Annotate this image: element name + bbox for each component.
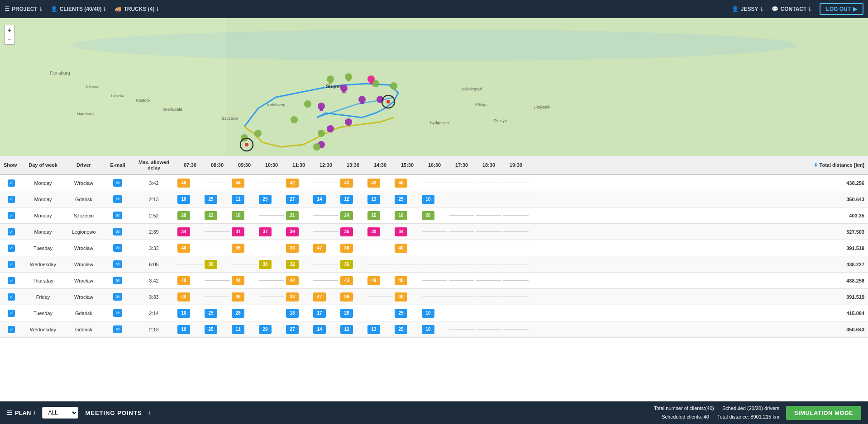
email-button[interactable]: ✉	[113, 244, 122, 252]
email-cell[interactable]: ✉	[104, 210, 131, 221]
gantt-bar[interactable]: 12	[340, 325, 353, 334]
gantt-cell-9[interactable]: 33	[285, 240, 312, 256]
gantt-bar[interactable]: 38	[259, 260, 272, 269]
simulation-mode-button[interactable]: SIMULATION MODE	[786, 406, 861, 420]
show-cell[interactable]: ✓	[0, 210, 23, 221]
email-cell[interactable]: ✉	[104, 226, 131, 237]
gantt-bar[interactable]: 47	[313, 244, 326, 253]
gantt-bar[interactable]: 11	[232, 195, 244, 204]
gantt-cell-7[interactable]: 44	[231, 175, 258, 191]
show-checkbox[interactable]: ✓	[8, 228, 15, 236]
gantt-bar[interactable]: 40	[177, 292, 190, 302]
gantt-cell-9[interactable]: 21	[285, 207, 312, 223]
gantt-bar[interactable]: 36	[205, 260, 217, 269]
gantt-bar[interactable]: 33	[286, 244, 299, 253]
gantt-bar[interactable]: 40	[395, 244, 407, 253]
email-cell[interactable]: ✉	[104, 275, 131, 286]
gantt-cell-7[interactable]: 36	[231, 289, 258, 305]
gantt-bar[interactable]: 15	[367, 211, 380, 220]
gantt-cell-10[interactable]: 47	[312, 240, 339, 256]
gantt-bar[interactable]: 28	[232, 309, 244, 318]
email-cell[interactable]: ✉	[104, 242, 131, 254]
gantt-bar[interactable]: 47	[313, 292, 326, 302]
gantt-bar[interactable]: 10	[422, 195, 434, 204]
gantt-cell-13[interactable]: 34	[394, 224, 421, 240]
gantt-bar[interactable]: 36	[340, 260, 353, 269]
gantt-cell-12[interactable]: 30	[367, 224, 394, 240]
show-cell[interactable]: ✓	[0, 194, 23, 205]
show-checkbox[interactable]: ✓	[8, 196, 15, 203]
zoom-out-button[interactable]: −	[5, 35, 14, 45]
email-button[interactable]: ✉	[113, 325, 122, 333]
gantt-bar[interactable]: 14	[313, 195, 326, 204]
gantt-bar[interactable]: 10	[177, 325, 190, 334]
gantt-bar[interactable]: 37	[259, 227, 272, 236]
gantt-cell-5[interactable]: 10	[176, 191, 204, 207]
gantt-bar[interactable]: 30	[367, 227, 380, 236]
gantt-bar[interactable]: 34	[177, 227, 190, 236]
gantt-cell-8[interactable]: 37	[258, 224, 285, 240]
plan-info-icon[interactable]: ℹ	[33, 410, 35, 415]
gantt-bar[interactable]: 26	[340, 309, 353, 318]
gantt-cell-11[interactable]: 36	[339, 240, 367, 256]
email-cell[interactable]: ✉	[104, 177, 131, 188]
gantt-cell-6[interactable]: 25	[204, 305, 231, 321]
gantt-cell-5[interactable]: 10	[176, 321, 204, 337]
gantt-bar[interactable]: 34	[395, 227, 407, 236]
gantt-cell-5[interactable]: 40	[176, 240, 204, 256]
show-cell[interactable]: ✓	[0, 275, 23, 286]
gantt-bar[interactable]: 40	[395, 292, 407, 302]
gantt-bar[interactable]: 40	[177, 276, 190, 285]
gantt-cell-11[interactable]: 43	[339, 273, 367, 288]
show-cell[interactable]: ✓	[0, 324, 23, 335]
project-info-icon[interactable]: ℹ	[40, 7, 42, 12]
gantt-cell-12[interactable]: 15	[367, 207, 394, 223]
gantt-bar[interactable]: 29	[259, 325, 272, 334]
gantt-cell-9[interactable]: 33	[285, 289, 312, 305]
gantt-cell-13[interactable]: 16	[394, 207, 421, 223]
gantt-bar[interactable]: 44	[232, 179, 244, 188]
gantt-cell-7[interactable]: 11	[231, 191, 258, 207]
gantt-bar[interactable]: 27	[286, 195, 299, 204]
gantt-bar[interactable]: 29	[259, 195, 272, 204]
email-button[interactable]: ✉	[113, 212, 122, 219]
gantt-bar[interactable]: 40	[177, 244, 190, 253]
gantt-cell-11[interactable]: 26	[339, 305, 367, 321]
gantt-bar[interactable]: 12	[340, 195, 353, 204]
gantt-bar[interactable]: 39	[286, 227, 299, 236]
gantt-cell-9[interactable]: 39	[285, 224, 312, 240]
gantt-cell-11[interactable]: 35	[339, 224, 367, 240]
gantt-cell-13[interactable]: 40	[394, 273, 421, 288]
gantt-cell-11[interactable]: 36	[339, 289, 367, 305]
gantt-cell-11[interactable]: 12	[339, 321, 367, 337]
gantt-bar[interactable]: 10	[177, 195, 190, 204]
zoom-in-button[interactable]: +	[5, 25, 14, 35]
download-icon[interactable]: ⬇	[814, 162, 818, 168]
email-cell[interactable]: ✉	[104, 307, 131, 319]
gantt-cell-6[interactable]: 23	[204, 207, 231, 223]
gantt-bar[interactable]: 31	[232, 227, 244, 236]
gantt-bar[interactable]: 42	[286, 276, 299, 285]
show-cell[interactable]: ✓	[0, 178, 23, 188]
gantt-cell-11[interactable]: 43	[339, 175, 367, 191]
show-checkbox[interactable]: ✓	[8, 179, 15, 187]
gantt-cell-10[interactable]: 14	[312, 191, 339, 207]
gantt-cell-13[interactable]: 40	[394, 289, 421, 305]
gantt-cell-12[interactable]: 49	[367, 175, 394, 191]
gantt-cell-9[interactable]: 32	[285, 256, 312, 272]
show-checkbox[interactable]: ✓	[8, 326, 15, 333]
gantt-cell-13[interactable]: 25	[394, 305, 421, 321]
gantt-cell-7[interactable]: 16	[231, 207, 258, 223]
show-cell[interactable]: ✓	[0, 243, 23, 254]
gantt-bar[interactable]: 20	[422, 211, 434, 220]
nav-trucks[interactable]: 🚚 TRUCKS (4) ℹ	[114, 6, 158, 12]
gantt-cell-13[interactable]: 25	[394, 191, 421, 207]
gantt-bar[interactable]: 10	[177, 309, 190, 318]
email-button[interactable]: ✉	[113, 179, 122, 187]
gantt-cell-13[interactable]: 40	[394, 175, 421, 191]
gantt-cell-14[interactable]: 20	[421, 207, 448, 223]
gantt-cell-11[interactable]: 12	[339, 191, 367, 207]
gantt-cell-7[interactable]: 28	[231, 305, 258, 321]
meeting-points-info-icon[interactable]: ℹ	[149, 410, 151, 415]
gantt-bar[interactable]: 40	[177, 179, 190, 188]
